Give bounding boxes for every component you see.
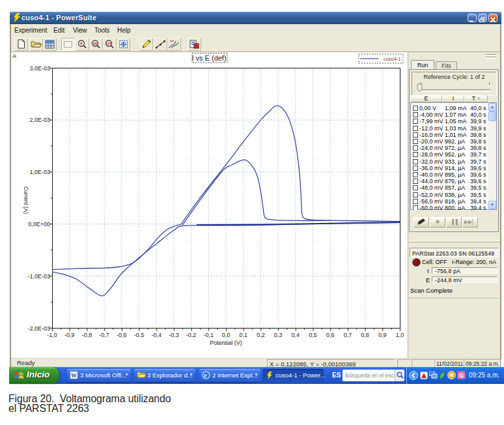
svg-text:0,0: 0,0	[222, 332, 231, 338]
svg-text:0,4: 0,4	[292, 332, 300, 338]
svg-text:1,0E-03: 1,0E-03	[29, 169, 50, 175]
svg-text:0,0E+00: 0,0E+00	[28, 221, 50, 227]
svg-text:-0,5: -0,5	[134, 332, 145, 338]
svg-text:-0,3: -0,3	[169, 332, 179, 338]
svg-text:cuso4-1: cuso4-1	[384, 56, 401, 62]
svg-text:0,2: 0,2	[257, 332, 265, 338]
svg-text:0,3: 0,3	[274, 332, 283, 338]
svg-text:I vs E (def): I vs E (def)	[191, 54, 226, 62]
svg-text:-0,4: -0,4	[151, 332, 161, 338]
svg-text:-1,0E-03: -1,0E-03	[27, 273, 50, 280]
svg-text:Potential (V): Potential (V)	[210, 340, 242, 346]
svg-text:0,1: 0,1	[239, 332, 247, 338]
svg-text:-0,1: -0,1	[204, 332, 214, 338]
svg-text:A: A	[12, 53, 16, 59]
svg-text:3,0E-03: 3,0E-03	[29, 65, 50, 72]
svg-text:Current (A): Current (A)	[23, 186, 29, 214]
svg-text:0,7: 0,7	[344, 332, 352, 338]
svg-text:G: G	[459, 372, 464, 379]
svg-text:0,5: 0,5	[309, 332, 317, 338]
svg-text:IN: IN	[93, 42, 97, 46]
svg-text:0,6: 0,6	[326, 332, 335, 338]
svg-text:2,0E-03: 2,0E-03	[29, 117, 50, 123]
svg-text:-0,7: -0,7	[99, 332, 109, 338]
svg-text:e: e	[204, 372, 207, 379]
svg-text:1,0: 1,0	[396, 332, 404, 338]
svg-text:0,8: 0,8	[361, 332, 369, 338]
svg-text:-0,8: -0,8	[82, 332, 92, 338]
svg-text:-1,0: -1,0	[47, 332, 57, 338]
svg-text:W: W	[71, 372, 77, 379]
svg-text:-0,6: -0,6	[117, 332, 127, 338]
svg-text:-0,9: -0,9	[64, 332, 75, 338]
svg-text:UT: UT	[106, 42, 111, 46]
svg-text:0,9: 0,9	[378, 332, 387, 338]
svg-text:-2,0E-03: -2,0E-03	[27, 325, 50, 332]
svg-text:-0,2: -0,2	[186, 332, 197, 338]
